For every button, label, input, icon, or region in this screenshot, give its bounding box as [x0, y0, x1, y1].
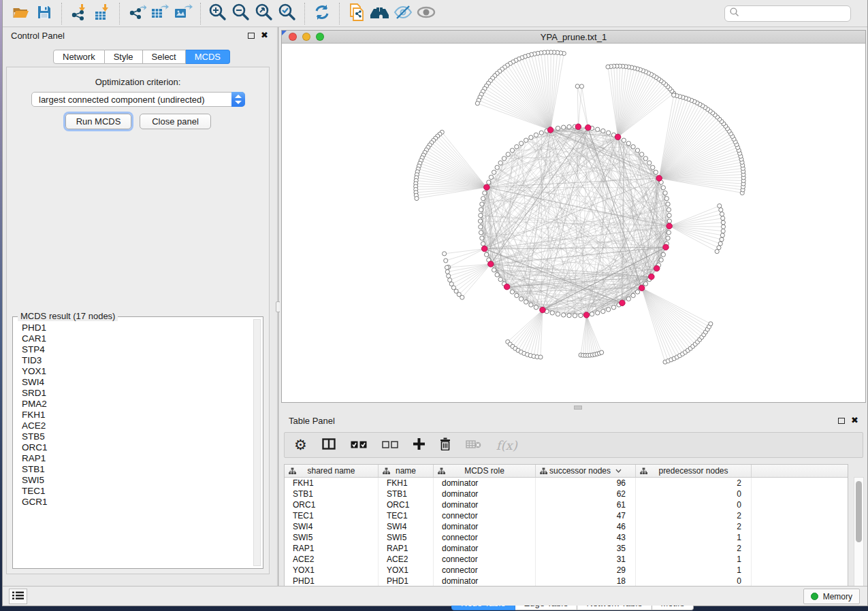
function-builder-button[interactable]: f(x) [496, 435, 517, 455]
mcds-result-item[interactable]: PHD1 [22, 323, 252, 333]
column-header-predecessor-nodes[interactable]: predecessor nodes [636, 465, 752, 477]
close-table-panel-icon[interactable]: ✖ [851, 417, 858, 424]
column-settings-button[interactable]: ⚙ [294, 435, 307, 455]
add-column-button[interactable] [413, 435, 425, 455]
export-table-button[interactable] [148, 3, 172, 24]
toolbar-separator [61, 3, 62, 24]
table-panel-title: Table Panel [289, 416, 335, 426]
export-image-button[interactable] [172, 3, 195, 24]
save-session-button[interactable] [33, 3, 56, 24]
table-cell: STB1 [379, 489, 434, 499]
table-cell: 31 [536, 554, 636, 565]
first-neighbors-button[interactable] [368, 3, 391, 24]
close-panel-button[interactable]: Close panel [140, 114, 211, 129]
criterion-value: largest connected component (undirected) [32, 95, 231, 105]
zoom-in-button[interactable] [206, 3, 229, 24]
mcds-result-item[interactable]: STB5 [22, 431, 252, 442]
mcds-result-item[interactable]: SWI5 [22, 475, 252, 486]
table-cell: SWI4 [285, 521, 379, 532]
table-row[interactable]: PHD1PHD1dominator180 [285, 576, 848, 587]
mcds-result-item[interactable]: ACE2 [22, 420, 252, 431]
network-canvas[interactable] [282, 44, 865, 402]
mcds-result-item[interactable]: YOX1 [22, 366, 252, 377]
mcds-result-item[interactable]: STB1 [22, 464, 252, 475]
table-row[interactable]: STB1STB1dominator620 [285, 489, 848, 499]
mcds-result-item[interactable]: SWI4 [22, 377, 252, 388]
plus-icon [413, 438, 425, 452]
apply-layout-button[interactable] [310, 3, 334, 24]
export-network-button[interactable] [125, 3, 148, 24]
mcds-result-item[interactable]: PMA2 [22, 399, 252, 410]
horizontal-splitter-handle[interactable] [574, 406, 582, 410]
control-panel-tabs: NetworkStyleSelectMCDS [53, 50, 230, 64]
table-row[interactable]: SWI5SWI5connector431 [285, 532, 848, 543]
column-label: predecessor nodes [658, 466, 728, 476]
delete-table-button[interactable] [466, 435, 481, 455]
run-mcds-button[interactable]: Run MCDS [65, 114, 131, 129]
mcds-result-item[interactable]: GCR1 [22, 497, 252, 508]
mcds-result-item[interactable]: ORC1 [22, 442, 252, 453]
float-panel-icon[interactable] [248, 33, 255, 39]
close-panel-icon[interactable]: ✖ [261, 32, 268, 39]
mcds-result-item[interactable]: STP4 [22, 344, 252, 355]
zoom-selected-button[interactable] [276, 3, 299, 24]
mcds-result-scrollbar[interactable] [253, 319, 261, 566]
import-table-button[interactable] [91, 3, 114, 24]
hide-selected-button[interactable] [391, 3, 415, 24]
tab-network[interactable]: Network [53, 50, 105, 64]
export-table-icon [150, 3, 170, 23]
mcds-result-item[interactable]: TEC1 [22, 486, 252, 497]
delete-column-button[interactable] [440, 435, 451, 455]
task-history-button[interactable] [9, 589, 27, 604]
table-cell: PHD1 [285, 576, 379, 587]
table-row[interactable]: SWI4SWI4dominator462 [285, 521, 848, 532]
table-row[interactable]: FKH1FKH1dominator962 [285, 478, 848, 489]
memory-button[interactable]: Memory [803, 589, 860, 604]
search-icon [729, 7, 740, 20]
zoom-fit-button[interactable] [253, 3, 276, 24]
criterion-dropdown[interactable]: largest connected component (undirected) [31, 92, 245, 107]
table-row[interactable]: TEC1TEC1connector472 [285, 510, 848, 521]
table-scrollbar[interactable] [854, 477, 864, 595]
table-cell-filler [752, 532, 848, 543]
column-header-mcds-role[interactable]: MCDS role [434, 465, 536, 477]
table-row[interactable]: ORC1ORC1dominator610 [285, 499, 848, 510]
table-toolbar: ⚙ f(x) [284, 432, 863, 458]
table-cell: 2 [636, 510, 752, 521]
deselect-all-button[interactable] [382, 435, 398, 455]
table-cell: 1 [636, 554, 752, 565]
status-bar: Memory [3, 586, 867, 606]
network-frame-titlebar[interactable]: YPA_prune.txt_1 [282, 31, 865, 44]
float-table-panel-icon[interactable] [838, 418, 845, 424]
column-header-successor-nodes[interactable]: successor nodes [536, 465, 636, 477]
column-header-shared-name[interactable]: shared name [285, 465, 379, 477]
table-scrollbar-thumb[interactable] [856, 481, 862, 542]
select-all-button[interactable] [351, 435, 367, 455]
table-row[interactable]: RAP1RAP1dominator352 [285, 543, 848, 554]
tab-mcds[interactable]: MCDS [186, 50, 230, 64]
mcds-result-item[interactable]: FKH1 [22, 410, 252, 420]
table-row[interactable]: YOX1YOX1connector291 [285, 565, 848, 576]
table-cell: 1 [636, 565, 752, 576]
zoom-out-button[interactable] [229, 3, 253, 24]
mcds-result-item[interactable]: TID3 [22, 355, 252, 366]
mcds-result-title: MCDS result (17 nodes) [18, 311, 118, 321]
toolbar-separator [339, 3, 340, 24]
import-network-icon [70, 3, 88, 23]
mcds-result-item[interactable]: SRD1 [22, 388, 252, 399]
show-all-button[interactable] [415, 3, 438, 24]
mcds-result-item[interactable]: RAP1 [22, 453, 252, 464]
gear-icon: ⚙ [294, 437, 307, 452]
duplicate-network-button[interactable] [345, 3, 368, 24]
open-file-button[interactable] [10, 3, 33, 24]
table-cell: ACE2 [379, 554, 434, 565]
table-row[interactable]: ACE2ACE2connector311 [285, 554, 848, 565]
import-network-button[interactable] [67, 3, 91, 24]
search-input[interactable] [740, 9, 846, 18]
sort-chevron-icon[interactable] [615, 469, 622, 473]
tab-style[interactable]: Style [105, 50, 143, 64]
column-header-name[interactable]: name [379, 465, 434, 477]
tab-select[interactable]: Select [143, 50, 186, 64]
mcds-result-item[interactable]: CAR1 [22, 333, 252, 344]
split-panel-button[interactable] [322, 435, 336, 455]
